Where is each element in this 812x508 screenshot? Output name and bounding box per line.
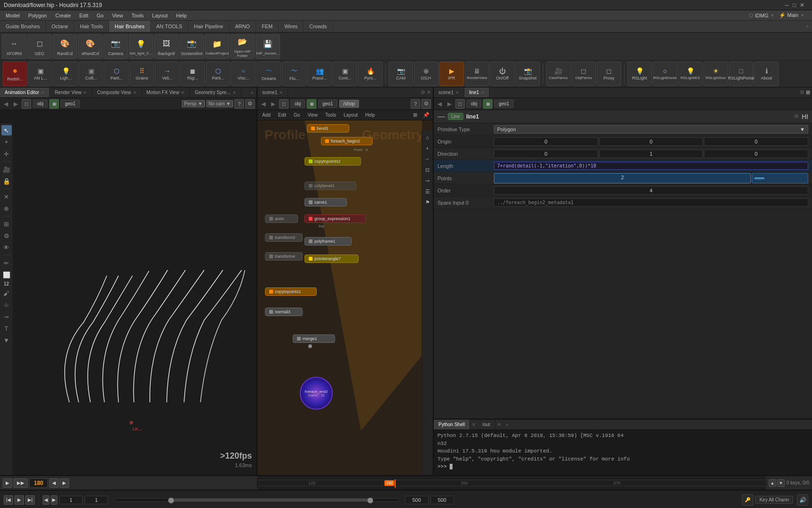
node-polyframe1[interactable]: polyframe1 [304,237,351,246]
menu-edit[interactable]: Edit [76,12,92,19]
close-render-view[interactable]: ✕ [83,90,87,95]
shelf-tab-an-tools[interactable]: AN TOOLS [151,21,188,32]
shelf-tab-octane[interactable]: Octane [46,21,74,32]
rs-rslightsun[interactable]: ☀ RSLightSun [703,62,728,86]
props-settings-icon[interactable]: ⚙ [800,89,804,95]
props-back[interactable]: ◀ [436,100,444,108]
props-spare-path[interactable]: ../foreach_begin2_metadata1 [494,198,808,206]
camera-nav-tool[interactable]: 🎥 [1,164,12,175]
rs-visc[interactable]: ≈ Visc... [231,62,256,86]
rs-grains[interactable]: ⠿ Grains [130,62,154,86]
rs-rslighties[interactable]: 💡 RSLightIES [678,62,703,86]
ng-tools-btn[interactable]: Tools [322,111,339,119]
tool-srandcd[interactable]: 🎨 sRandCd [78,34,102,59]
menu-layout[interactable]: Layout [148,12,172,19]
ng-obj-icon[interactable]: ◻ [279,99,289,109]
node-pointwrangle7[interactable]: pointwrangle7 [304,254,359,263]
tab-geometry-spr[interactable]: Geometry Spre... ✕ [190,87,241,97]
audio-btn[interactable]: 🔊 [797,494,808,506]
grid-tool[interactable]: ⊞ [1,219,12,229]
ng-pin-icon[interactable]: 📌 [422,111,431,120]
shelf-tab-arno[interactable]: ARNO [229,21,256,32]
rs-parti1[interactable]: ⬡ Parti... [104,62,129,86]
rs-flu[interactable]: 〜 Flu... [282,62,306,86]
props-fwd[interactable]: ▶ [445,100,453,108]
ng-flag-icon[interactable]: ⚑ [423,198,432,207]
ng-close-icon[interactable]: ✕ [427,89,431,95]
ng-go-btn[interactable]: Go [291,111,303,119]
timeline-next-frame[interactable]: ▶ [60,478,69,488]
tab-motion-fx[interactable]: Motion FX View ✕ [142,87,190,97]
ng-zoom-out-icon[interactable]: − [423,154,432,164]
ng-options-icon[interactable]: ⚙ [421,89,425,95]
props-gear-icon[interactable]: ⚙ [794,113,799,119]
rs-rslightdome[interactable]: ○ RSLightDome [653,62,677,86]
ng-settings-btn[interactable]: ⚙ [422,99,431,109]
rs-onoff[interactable]: ⏻ On/Off [490,62,515,86]
shelf-tab-hair-brushes[interactable]: Hair Brushes [109,21,151,32]
ng-addr-geo1[interactable]: geo1 [318,100,337,108]
ng-add-btn[interactable]: Add [259,111,273,119]
select-tool[interactable]: ↖ [1,125,12,135]
shelf-tab-fem[interactable]: FEM [256,21,279,32]
ng-geo-icon[interactable]: ▣ [307,99,316,109]
rs-renderview[interactable]: 🖥 RenderView [465,62,489,86]
shell-tab-python[interactable]: Python Shell [434,420,470,429]
node-transform4[interactable]: transform4 [265,252,303,261]
shelf-tab-guide-brushes[interactable]: Guide Brushes [0,21,46,32]
key-all-icon[interactable]: 🔑 [742,494,753,506]
bc-play-btn[interactable]: ▶ [15,495,24,505]
tab-composite-view[interactable]: Composite View ✕ [92,87,141,97]
bc-prev-key[interactable]: ◀ [43,495,49,505]
tool-screenshot[interactable]: 📸 Screenshot [180,34,204,59]
ng-edit-btn[interactable]: Edit [275,111,289,119]
bc-start-btn[interactable]: |◀ [4,495,13,505]
arrow-tool[interactable]: ▼ [1,335,12,345]
timeline-play-btn[interactable]: ▶ [3,478,12,488]
shelf-add-btn[interactable]: + [804,21,812,32]
props-origin-y[interactable]: 0 [599,137,703,146]
node-merge1[interactable]: merge1 [293,334,335,343]
shelf-tab-hair-pipeline[interactable]: Hair Pipeline [188,21,229,32]
node-copytopoints2[interactable]: copytopoints2 [304,157,361,166]
text-tool[interactable]: T [1,323,12,333]
tl-mini-down[interactable]: ▼ [777,479,785,487]
tool-collect[interactable]: 📁 CollectProject [205,34,229,59]
eraser-tool[interactable]: ⬜ [1,270,12,280]
rs-cam[interactable]: 📷 CAM [389,62,413,86]
rs-rslight[interactable]: 💡 RSLight [627,62,652,86]
brush-tool[interactable]: 🖌 [1,288,12,298]
props-length-expr[interactable]: 7+rand(detail(-1,"iteration",0))*10 [494,162,808,170]
props-expand-icon[interactable]: ⊞ [806,89,810,95]
timeline-prev-frame[interactable]: ◀ [49,478,59,488]
props-addr-geo1[interactable]: geo1 [494,100,513,108]
ruler-track[interactable]: 125 250 375 180 [258,480,766,486]
menu-tools[interactable]: Tools [128,12,148,19]
idmg-label[interactable]: IDMG [755,13,769,18]
props-hi-icon[interactable]: HI [802,113,808,120]
addr-fwd[interactable]: ▶ [12,100,20,108]
ng-help-label[interactable]: Help [362,111,378,119]
addr-obj[interactable]: obj [33,100,47,108]
props-addr-obj[interactable]: obj [467,100,481,108]
props-dir-y[interactable]: 1 [599,150,703,158]
measure-tool[interactable]: ⊸ [1,311,12,322]
menu-help[interactable]: Help [172,12,191,19]
ng-fit-icon[interactable]: ⊡ [423,165,432,175]
rs-colli[interactable]: ▣ Colli... [79,62,103,86]
tool-randcd[interactable]: 🎨 RandCd [53,34,77,59]
menu-view[interactable]: View [108,12,127,19]
range-handle-left[interactable] [168,498,174,503]
rs-popul[interactable]: 👥 Popul... [307,62,332,86]
vp-nocam-btn[interactable]: No cam ▼ [206,100,233,107]
props-dir-x[interactable]: 0 [494,150,598,158]
props-order-field[interactable]: 4 [494,186,808,195]
rs-camparms[interactable]: 🎥 CamParms [546,62,570,86]
props-points-field[interactable]: 2 [494,173,751,183]
minimize-btn[interactable]: ─ [785,2,789,8]
rs-pyro[interactable]: 🔥 Pyro... [358,62,383,86]
bc-end-btn[interactable]: ▶| [25,495,35,505]
props-dropdown-polygon[interactable]: Polygon ▼ [494,125,808,134]
bc-start-frame[interactable]: 1 [59,496,83,504]
pen-tool[interactable]: ✏ [1,258,12,268]
